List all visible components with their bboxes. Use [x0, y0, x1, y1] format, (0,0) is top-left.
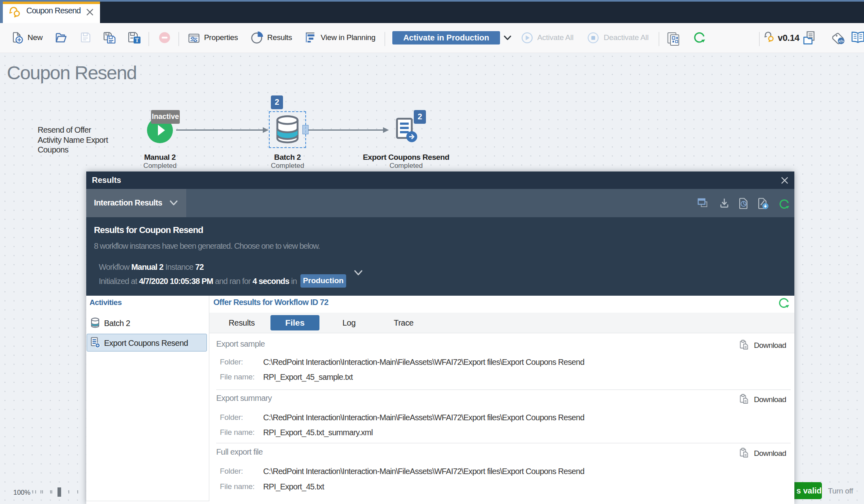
svg-text:T: T: [135, 37, 139, 43]
svg-text:</>: </>: [838, 39, 844, 43]
